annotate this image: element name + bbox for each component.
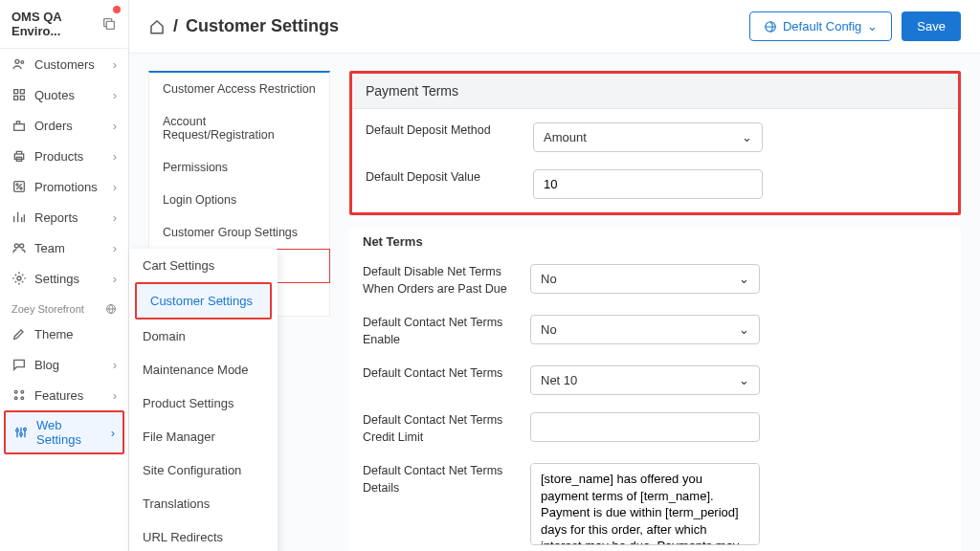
flyout-item-url-redirects[interactable]: URL Redirects [129,520,278,551]
crumb-sep: / [173,16,178,36]
contact-enable-select[interactable]: No ⌄ [530,315,760,344]
settings-panel: Payment Terms Default Deposit Method Amo… [349,71,961,534]
web-settings-flyout: Cart Settings Customer Settings Domain M… [129,249,278,551]
svg-rect-4 [20,90,24,94]
chevron-right-icon: › [113,272,117,286]
flyout-item-cart-settings[interactable]: Cart Settings [129,249,278,282]
sidebar-item-reports[interactable]: Reports › [0,202,128,232]
subnav-customer-group[interactable]: Customer Group Settings [149,216,329,249]
sidebar-item-theme[interactable]: Theme [0,319,128,349]
globe-icon [105,303,117,315]
contact-terms-label: Default Contact Net Terms [363,365,511,383]
modules-icon [11,387,27,403]
sidebar-item-orders[interactable]: Orders › [0,110,128,141]
credit-limit-input[interactable] [530,412,760,442]
svg-point-20 [21,397,24,400]
svg-point-21 [16,430,19,432]
subnav-permissions[interactable]: Permissions [149,151,329,184]
flyout-item-translations[interactable]: Translations [129,487,278,520]
globe-icon [764,20,777,33]
home-icon[interactable] [148,18,166,35]
sidebar-label: Quotes [34,88,75,102]
sidebar-label: Reports [34,210,78,225]
env-name: OMS QA Enviro... [11,10,101,38]
chevron-down-icon: ⌄ [742,130,752,144]
chevron-down-icon: ⌄ [867,19,878,33]
page-title: Customer Settings [186,16,339,36]
sidebar-label: Promotions [34,180,98,194]
subnav-access-restriction[interactable]: Customer Access Restriction [149,73,329,105]
svg-point-2 [21,61,24,64]
svg-point-12 [20,187,22,189]
flyout-item-product-settings[interactable]: Product Settings [129,386,278,420]
svg-rect-0 [106,21,114,29]
subnav-account-request[interactable]: Account Request/Registration [149,105,329,151]
sidebar-label: Web Settings [36,418,103,447]
sidebar-label: Customers [34,57,95,72]
pencil-icon [11,326,27,342]
printer-icon [11,148,27,164]
svg-point-15 [17,276,21,280]
chevron-down-icon: ⌄ [739,373,749,387]
disable-past-due-label: Default Disable Net Terms When Orders ar… [363,264,511,298]
sliders-icon [13,425,29,440]
chevron-right-icon: › [113,241,117,255]
chevron-right-icon: › [113,358,117,372]
sidebar: OMS QA Enviro... Customers › Quotes › Or… [0,0,129,551]
sidebar-item-web-settings[interactable]: Web Settings › [4,410,124,454]
svg-rect-7 [14,124,25,131]
chevron-right-icon: › [113,119,117,133]
chat-icon [11,357,27,372]
chevron-right-icon: › [113,57,117,72]
sidebar-item-team[interactable]: Team › [0,232,128,263]
sidebar-item-settings[interactable]: Settings › [0,263,128,294]
copy-icon [101,16,117,32]
svg-point-13 [14,244,18,248]
deposit-value-input[interactable] [533,169,763,199]
svg-rect-5 [14,96,18,99]
svg-point-22 [20,433,23,436]
svg-point-23 [24,428,27,430]
flyout-item-file-manager[interactable]: File Manager [129,420,278,453]
contact-terms-select[interactable]: Net 10 ⌄ [530,365,760,395]
flyout-item-domain[interactable]: Domain [129,320,278,353]
users-icon [11,56,27,72]
config-selector[interactable]: Default Config ⌄ [749,11,892,41]
sidebar-item-promotions[interactable]: Promotions › [0,171,128,202]
sidebar-label: Team [34,241,65,255]
percent-icon [11,179,27,194]
subnav-login-options[interactable]: Login Options [149,184,329,216]
credit-limit-label: Default Contact Net Terms Credit Limit [363,412,511,446]
flyout-item-customer-settings[interactable]: Customer Settings [137,284,270,318]
svg-point-17 [14,390,17,393]
sidebar-item-features[interactable]: Features › [0,380,128,410]
sidebar-item-blog[interactable]: Blog › [0,349,128,380]
svg-point-1 [15,59,19,63]
breadcrumb: / Customer Settings [148,16,339,36]
sidebar-label: Theme [34,327,73,342]
sidebar-item-customers[interactable]: Customers › [0,49,128,79]
chart-icon [11,209,27,225]
deposit-method-select[interactable]: Amount ⌄ [533,122,763,152]
sidebar-item-products[interactable]: Products › [0,141,128,171]
save-button[interactable]: Save [902,11,961,41]
flyout-item-maintenance[interactable]: Maintenance Mode [129,353,278,386]
env-header[interactable]: OMS QA Enviro... [0,0,128,49]
flyout-item-site-config[interactable]: Site Configuration [129,453,278,487]
net-terms-details-textarea[interactable] [530,463,760,545]
deposit-value-label: Default Deposit Value [366,169,514,187]
sidebar-label: Settings [34,272,79,286]
net-terms-card: Net Terms Default Disable Net Terms When… [349,229,961,551]
team-icon [11,240,27,255]
payment-terms-card: Payment Terms Default Deposit Method Amo… [349,71,961,215]
deposit-method-label: Default Deposit Method [366,122,514,140]
chevron-right-icon: › [113,210,117,225]
chevron-right-icon: › [113,180,117,194]
net-terms-details-label: Default Contact Net Terms Details [363,463,511,496]
register-icon [11,118,27,133]
gear-icon [11,271,27,286]
sidebar-item-quotes[interactable]: Quotes › [0,79,128,110]
disable-past-due-select[interactable]: No ⌄ [530,264,760,294]
grid-icon [11,87,27,102]
svg-point-18 [21,390,24,393]
